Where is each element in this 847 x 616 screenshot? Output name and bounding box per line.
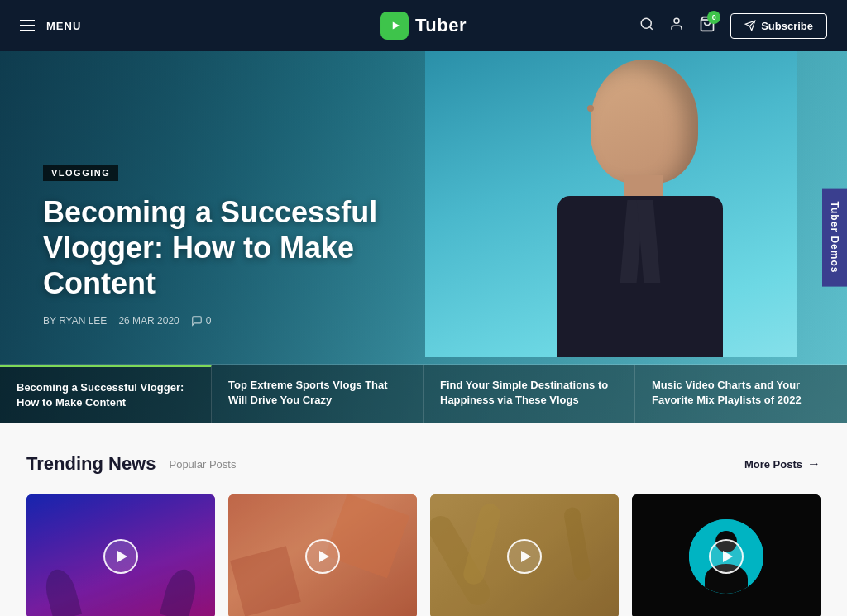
play-button-1[interactable] [103, 539, 138, 574]
svg-point-3 [674, 18, 679, 23]
play-icon-1 [117, 551, 127, 562]
hero-nav: Becoming a Successful Vlogger: How to Ma… [0, 364, 847, 423]
hero-nav-item-3[interactable]: Find Your Simple Destinations to Happine… [424, 365, 635, 423]
play-icon-3 [521, 551, 531, 562]
user-icon[interactable] [669, 17, 684, 36]
play-button-2[interactable] [305, 539, 340, 574]
more-posts-link[interactable]: More Posts → [744, 456, 821, 471]
more-posts-label: More Posts [744, 458, 802, 470]
logo-text: Tuber [415, 15, 467, 36]
trending-header: Trending News Popular Posts More Posts → [26, 453, 821, 475]
hero-date: 26 MAR 2020 [118, 315, 179, 327]
thumb-overlay-2 [228, 494, 417, 616]
popular-posts-tab[interactable]: Popular Posts [169, 455, 236, 474]
svg-point-1 [641, 18, 651, 28]
thumb-overlay-4 [632, 494, 821, 616]
play-button-4[interactable] [709, 539, 744, 574]
hero-nav-label-4: Music Video Charts and Your Favorite Mix… [652, 378, 830, 408]
thumb-overlay-1 [26, 494, 215, 616]
header-actions: 0 Subscribe [639, 13, 827, 39]
play-icon-2 [319, 551, 329, 562]
svg-line-2 [650, 26, 653, 29]
side-tab[interactable]: Tuber Demos [822, 189, 847, 287]
menu-button[interactable]: MENU [20, 20, 81, 32]
cart-button[interactable]: 0 [699, 16, 715, 36]
site-logo[interactable]: Tuber [380, 12, 467, 40]
thumbnail-card-1[interactable] [26, 494, 215, 616]
thumbnail-card-4[interactable] [632, 494, 821, 616]
hero-nav-label-1: Becoming a Successful Vlogger: How to Ma… [17, 380, 194, 410]
hero-section: VLOGGING Becoming a Successful Vlogger: … [0, 51, 847, 423]
hero-nav-label-2: Top Extreme Sports Vlogs That Will Drive… [228, 378, 406, 408]
svg-marker-0 [393, 22, 400, 30]
thumbnail-grid [26, 494, 821, 616]
thumbnail-card-2[interactable] [228, 494, 417, 616]
hero-comments: 0 [191, 315, 212, 327]
play-icon-4 [723, 551, 733, 562]
hero-nav-item-2[interactable]: Top Extreme Sports Vlogs That Will Drive… [212, 365, 424, 423]
trending-section: Trending News Popular Posts More Posts → [0, 423, 847, 616]
trending-header-left: Trending News Popular Posts [26, 453, 236, 475]
hero-title: Becoming a Successful Vlogger: How to Ma… [43, 194, 440, 302]
site-header: MENU Tuber [0, 0, 847, 51]
thumbnail-card-3[interactable] [430, 494, 619, 616]
hero-content: VLOGGING Becoming a Successful Vlogger: … [43, 165, 440, 327]
play-button-3[interactable] [507, 539, 542, 574]
hero-author: BY RYAN LEE [43, 315, 107, 327]
hero-meta: BY RYAN LEE 26 MAR 2020 0 [43, 315, 440, 327]
cart-badge: 0 [707, 11, 720, 24]
menu-label: MENU [46, 20, 81, 32]
hero-nav-label-3: Find Your Simple Destinations to Happine… [440, 378, 618, 408]
more-posts-arrow-icon: → [807, 456, 821, 471]
search-icon[interactable] [639, 17, 654, 36]
hamburger-icon [20, 20, 35, 31]
thumb-overlay-3 [430, 494, 619, 616]
hero-nav-item-1[interactable]: Becoming a Successful Vlogger: How to Ma… [0, 365, 212, 423]
subscribe-button[interactable]: Subscribe [730, 13, 827, 39]
trending-title: Trending News [26, 453, 156, 475]
logo-icon [380, 12, 409, 40]
side-tab-label: Tuber Demos [829, 202, 840, 274]
hero-nav-item-4[interactable]: Music Video Charts and Your Favorite Mix… [635, 365, 847, 423]
subscribe-label: Subscribe [761, 20, 813, 32]
hero-category: VLOGGING [43, 165, 118, 181]
